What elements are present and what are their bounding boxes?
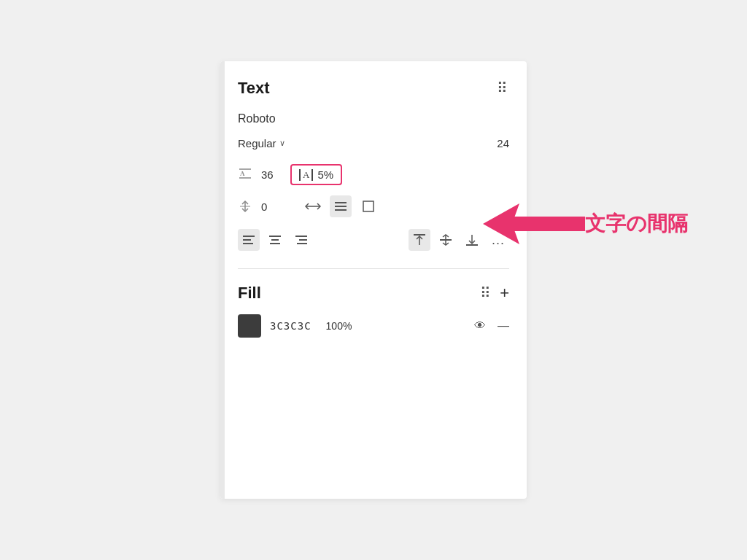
text-align-justify-icon[interactable] <box>330 195 352 217</box>
ellipsis-icon: ... <box>492 233 505 248</box>
svg-rect-9 <box>363 201 374 211</box>
annotation-label: 文字の間隔 <box>585 210 688 238</box>
sidebar-strip <box>220 61 225 499</box>
text-section-title: Text <box>238 79 270 98</box>
align-right-button[interactable] <box>290 229 312 251</box>
font-style-row: Regular ∨ 24 <box>238 137 509 149</box>
para-spacing-row: 0 <box>238 195 509 217</box>
text-decoration-row <box>302 195 379 217</box>
text-more-options-icon[interactable]: ⠿ <box>497 79 509 97</box>
properties-panel: Text ⠿ Roboto Regular ∨ 24 A 36 A <box>220 61 527 499</box>
para-spacing-value[interactable]: 0 <box>261 201 282 213</box>
fill-row: 3C3C3C 100% 👁 — <box>238 314 509 338</box>
text-align-group <box>238 229 312 251</box>
align-center-button[interactable] <box>264 229 286 251</box>
fill-end-icons: 👁 — <box>474 319 509 332</box>
svg-text:A: A <box>240 170 245 177</box>
font-style-select[interactable]: Regular ∨ <box>238 137 285 149</box>
fill-section-title: Fill <box>238 284 261 303</box>
more-options-button[interactable]: ... <box>487 229 509 251</box>
text-box-icon[interactable] <box>357 195 379 217</box>
fill-actions: ⠿ + <box>480 284 509 303</box>
fill-section-header: Fill ⠿ + <box>238 284 509 303</box>
letter-spacing-icon: A <box>299 169 313 181</box>
align-row: ... <box>238 229 509 251</box>
font-name-label[interactable]: Roboto <box>238 112 509 125</box>
font-style-value: Regular <box>238 137 276 149</box>
fill-remove-button[interactable]: — <box>498 319 509 332</box>
line-height-row: A 36 A 5% <box>238 164 509 185</box>
align-left-button[interactable] <box>238 229 260 251</box>
visibility-toggle-icon[interactable]: 👁 <box>474 319 486 332</box>
vertical-align-bottom-button[interactable] <box>461 229 483 251</box>
section-divider <box>238 268 509 269</box>
fill-more-options-icon[interactable]: ⠿ <box>480 284 492 302</box>
font-size-value[interactable]: 24 <box>497 137 509 149</box>
letter-spacing-input[interactable]: A 5% <box>290 164 342 185</box>
letter-spacing-value: 5% <box>317 168 333 181</box>
chevron-down-icon: ∨ <box>279 139 285 148</box>
para-spacing-icon <box>238 199 252 214</box>
color-swatch[interactable] <box>238 314 261 338</box>
line-height-value[interactable]: 36 <box>261 168 282 181</box>
horizontal-spacing-icon[interactable] <box>302 195 324 217</box>
vertical-align-group: ... <box>409 229 509 251</box>
vertical-align-top-button[interactable] <box>409 229 430 251</box>
fill-add-button[interactable]: + <box>500 284 509 303</box>
line-height-icon: A <box>238 168 252 182</box>
text-section-header: Text ⠿ <box>238 79 509 98</box>
vertical-align-middle-button[interactable] <box>435 229 457 251</box>
opacity-value[interactable]: 100% <box>326 320 352 332</box>
color-hex-value[interactable]: 3C3C3C <box>270 320 311 332</box>
